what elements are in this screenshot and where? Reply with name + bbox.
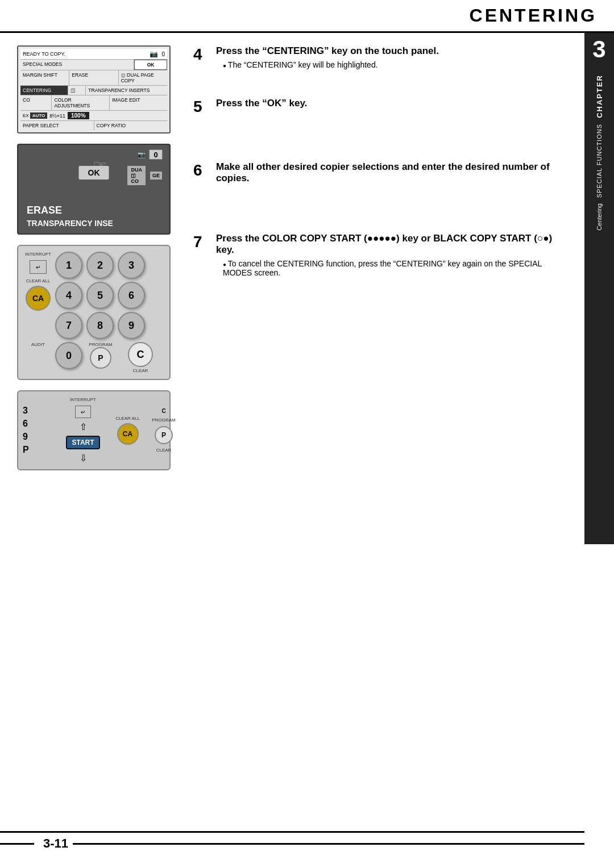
sp-c-btn[interactable]: C (161, 408, 165, 414)
tp-transparency-inserts: TRANSPARENCY INSERTS (86, 86, 167, 95)
step-5-title: Press the “OK” key. (216, 98, 307, 109)
audit-label: AUDIT (24, 342, 52, 347)
key-6[interactable]: 6 (118, 282, 145, 309)
interrupt-label: INTERRUPT (25, 252, 51, 257)
key-7[interactable]: 7 (55, 312, 82, 339)
illustrations-column: READY TO COPY. 📷 0 SPECIAL MODES OK MARG… (17, 45, 182, 470)
step-5-block: 5 Press the “OK” key. (193, 98, 557, 116)
dual-copy-label: DUA◫CO (127, 165, 146, 186)
tp-ok-btn[interactable]: OK (134, 60, 167, 70)
sp-clear-label: CLEAR (156, 448, 172, 453)
kp-right-col: INTERRUPT ↵ CLEAR ALL CA (24, 252, 52, 311)
sp-num-3: 3 (23, 406, 54, 416)
step-7-bullet: To cancel the CENTERING function, press … (223, 259, 557, 277)
sp-interrupt-btn[interactable]: ↵ (75, 406, 91, 418)
panel-buttons: DUA◫CO GE (127, 165, 163, 186)
key-0[interactable]: 0 (55, 342, 82, 369)
ok-panel-header: 📷 0 (138, 149, 163, 160)
tp-auto: AUTO (30, 112, 48, 119)
tp-special-modes-row: SPECIAL MODES OK (20, 60, 167, 70)
sp-num-9: 9 (23, 432, 54, 442)
page-number-line (0, 843, 34, 845)
touch-panel-illustration: READY TO COPY. 📷 0 SPECIAL MODES OK MARG… (17, 45, 171, 133)
sp-ca-col: CLEAR ALL CA (112, 416, 143, 445)
page-number: 3-11 (43, 836, 68, 851)
tp-dual-page-copy: ◫ DUAL PAGE COPY (119, 70, 167, 85)
right-sidebar: 3 CHAPTER SPECIAL FUNCTIONS Centering (584, 33, 614, 544)
step-7-content: Press the COLOR COPY START (●●●●●) key o… (216, 233, 557, 277)
tp-paper-size: 8½×11 (49, 113, 65, 119)
step-6-block: 6 Make all other desired copier selectio… (193, 161, 557, 187)
step-7-title: Press the COLOR COPY START (●●●●●) key o… (216, 233, 557, 256)
chapter-label: CHAPTER (595, 74, 604, 118)
key-5[interactable]: 5 (86, 282, 114, 309)
sp-arrow-down: ⇩ (80, 453, 87, 464)
sp-p-label: P (23, 445, 54, 455)
program-col: PROGRAM P (86, 342, 115, 369)
program-label: PROGRAM (89, 342, 112, 347)
page-number-line-right (73, 843, 584, 845)
clear-all-label: CLEAR ALL (26, 278, 51, 283)
tp-ratio: 100% (68, 112, 89, 119)
tp-row3: CENTERING ◫ TRANSPARENCY INSERTS (20, 86, 167, 95)
step-6-content: Make all other desired copier selections… (216, 161, 557, 187)
tp-erase: ERASE (69, 70, 118, 85)
sp-numbers: 3 6 9 P (23, 406, 54, 455)
step-7-number: 7 (193, 233, 211, 251)
chapter-number: 3 (592, 36, 605, 63)
start-btn[interactable]: START (66, 436, 99, 449)
interrupt-btn[interactable]: ↵ (30, 260, 47, 274)
tp-row2: MARGIN SHIFT ERASE ◫ DUAL PAGE COPY (20, 70, 167, 86)
sp-program-label: PROGRAM (152, 418, 175, 423)
ca-btn[interactable]: CA (26, 286, 51, 311)
key-3[interactable]: 3 (118, 252, 145, 279)
key-8[interactable]: 8 (86, 312, 114, 339)
step-4-title: Press the “CENTERING” key on the touch p… (216, 45, 439, 57)
sp-middle: INTERRUPT ↵ ⇧ START ⇩ (57, 397, 109, 464)
step-6-number: 6 (193, 161, 211, 180)
sp-p-btn[interactable]: P (155, 426, 173, 444)
key-1[interactable]: 1 (55, 252, 82, 279)
tp-centering: CENTERING (20, 86, 68, 95)
step-5-number: 5 (193, 98, 211, 116)
sp-num-6: 6 (23, 419, 54, 429)
tp-bottom-row: EX AUTO 8½×11 100% (20, 111, 167, 120)
transparency-label: TRANSPARENCY INSE (27, 219, 113, 228)
tp-margin-shift: MARGIN SHIFT (20, 70, 69, 85)
sp-ca-btn[interactable]: CA (117, 423, 139, 445)
step-4-block: 4 Press the “CENTERING” key on the touch… (193, 45, 557, 69)
tp-ready-text: READY TO COPY. (23, 51, 65, 57)
tp-color-adjustments: COLOR ADJUSTMENTS (52, 95, 110, 110)
page-title: CENTERING (470, 5, 597, 26)
key-9[interactable]: 9 (118, 312, 145, 339)
tp-special-modes: SPECIAL MODES (20, 60, 134, 70)
clear-label-bottom: CLEAR (133, 368, 148, 373)
header-bar: CENTERING (0, 0, 614, 33)
tp-copy-ratio: COPY RATIO (94, 121, 168, 130)
age-label: GE (150, 171, 163, 180)
keypad-grid: 1 2 3 INTERRUPT ↵ CLEAR ALL CA 4 5 6 7 8… (24, 252, 164, 373)
p-btn[interactable]: P (90, 347, 111, 369)
hand-cursor-icon: ☞ (93, 156, 107, 175)
start-panel-illustration: 3 6 9 P INTERRUPT ↵ ⇧ START ⇩ CLEAR ALL … (17, 390, 171, 470)
instructions-column: 4 Press the “CENTERING” key on the touch… (193, 45, 557, 300)
centering-sidebar-label: Centering (596, 203, 603, 231)
tp-row4: CO COLOR ADJUSTMENTS IMAGE EDIT (20, 95, 167, 111)
sp-c-col: C PROGRAM P CLEAR (147, 408, 181, 453)
key-4[interactable]: 4 (55, 282, 82, 309)
step-4-number: 4 (193, 45, 211, 64)
step-5-content: Press the “OK” key. (216, 98, 307, 112)
erase-label: ERASE (27, 205, 62, 216)
sp-clear-all-label: CLEAR ALL (115, 416, 140, 421)
c-btn[interactable]: C (128, 342, 153, 367)
sp-arrow-up: ⇧ (80, 422, 87, 432)
special-functions-label: SPECIAL FUNCTIONS (596, 124, 603, 198)
tp-image-edit: IMAGE EDIT (110, 95, 167, 110)
step-4-content: Press the “CENTERING” key on the touch p… (216, 45, 439, 69)
start-panel-grid: 3 6 9 P INTERRUPT ↵ ⇧ START ⇩ CLEAR ALL … (23, 397, 165, 464)
tp-co: CO (20, 95, 52, 110)
c-clear-col: C CLEAR (118, 342, 163, 373)
tp-paper-select: PAPER SELECT (20, 121, 94, 130)
key-2[interactable]: 2 (86, 252, 114, 279)
ok-panel-illustration: 📷 0 OK DUA◫CO GE ERASE TRANSPARENCY INSE… (17, 144, 171, 235)
